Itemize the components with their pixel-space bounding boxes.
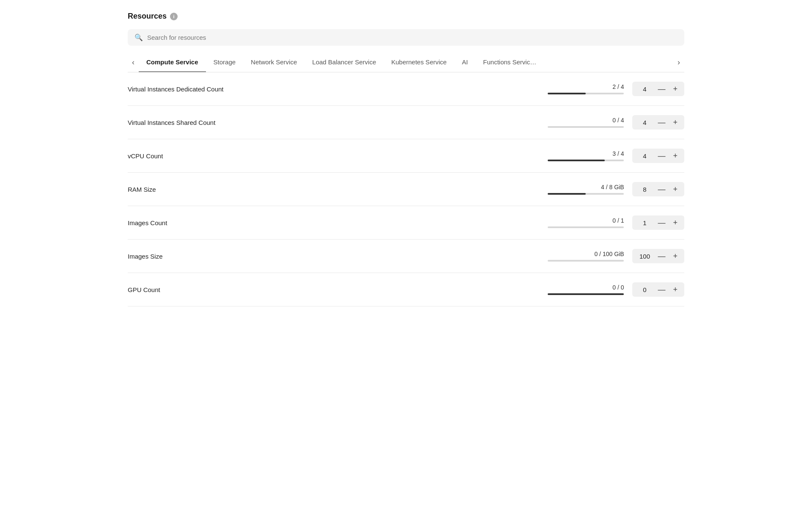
tab-compute[interactable]: Compute Service — [139, 52, 206, 72]
decrement-button[interactable]: — — [657, 119, 666, 126]
increment-button[interactable]: + — [672, 252, 678, 260]
table-row: GPU Count0 / 00—+ — [128, 273, 684, 306]
resource-label: Virtual Instances Shared Count — [128, 119, 531, 126]
table-row: Virtual Instances Shared Count0 / 44—+ — [128, 106, 684, 139]
page-header: Resources i — [128, 12, 684, 21]
resource-progress: 0 / 100 GiB — [531, 251, 624, 262]
progress-bar-bg — [548, 160, 624, 161]
progress-bar-bg — [548, 260, 624, 262]
decrement-button[interactable]: — — [657, 85, 666, 93]
tab-kubernetes[interactable]: Kubernetes Service — [384, 52, 454, 72]
decrement-button[interactable]: — — [657, 185, 666, 193]
stepper: 8—+ — [632, 182, 684, 196]
stepper: 4—+ — [632, 82, 684, 96]
resource-label: Virtual Instances Dedicated Count — [128, 86, 531, 93]
progress-text: 3 / 4 — [612, 150, 624, 157]
table-row: Images Count0 / 11—+ — [128, 206, 684, 240]
resource-label: Images Size — [128, 253, 531, 260]
page-title: Resources — [128, 12, 167, 21]
progress-text: 0 / 100 GiB — [594, 251, 624, 257]
progress-text: 4 / 8 GiB — [601, 184, 624, 190]
progress-bar-fill — [548, 293, 624, 295]
resource-progress: 0 / 1 — [531, 217, 624, 228]
resource-progress: 2 / 4 — [531, 83, 624, 94]
progress-bar-fill — [548, 160, 605, 161]
decrement-button[interactable]: — — [657, 219, 666, 226]
stepper: 1—+ — [632, 215, 684, 230]
search-bar: 🔍 — [128, 29, 684, 46]
resource-label: vCPU Count — [128, 152, 531, 160]
increment-button[interactable]: + — [672, 219, 678, 226]
tab-loadbalancer[interactable]: Load Balancer Service — [304, 52, 384, 72]
resource-table: Virtual Instances Dedicated Count2 / 44—… — [128, 72, 684, 306]
resources-container: Resources i 🔍 ‹ Compute ServiceStorageNe… — [114, 0, 698, 318]
stepper-value: 8 — [638, 186, 651, 193]
search-input[interactable] — [147, 34, 678, 41]
progress-text: 0 / 1 — [612, 217, 624, 224]
table-row: vCPU Count3 / 44—+ — [128, 139, 684, 173]
progress-bar-bg — [548, 93, 624, 94]
stepper: 4—+ — [632, 115, 684, 130]
tabs-wrapper: ‹ Compute ServiceStorageNetwork ServiceL… — [128, 52, 684, 72]
increment-button[interactable]: + — [672, 152, 678, 160]
resource-progress: 4 / 8 GiB — [531, 184, 624, 195]
decrement-button[interactable]: — — [657, 252, 666, 260]
tabs-scroll: Compute ServiceStorageNetwork ServiceLoa… — [139, 52, 673, 72]
progress-text: 0 / 0 — [612, 284, 624, 291]
resource-progress: 0 / 4 — [531, 117, 624, 128]
increment-button[interactable]: + — [672, 85, 678, 93]
tab-prev-button[interactable]: ‹ — [128, 55, 139, 70]
stepper: 4—+ — [632, 149, 684, 163]
tab-ai[interactable]: AI — [454, 52, 475, 72]
resource-progress: 3 / 4 — [531, 150, 624, 161]
info-icon[interactable]: i — [170, 13, 178, 20]
stepper: 0—+ — [632, 282, 684, 297]
tab-functions[interactable]: Functions Servic… — [475, 52, 544, 72]
table-row: Images Size0 / 100 GiB100—+ — [128, 240, 684, 273]
stepper-value: 4 — [638, 152, 651, 160]
progress-bar-fill — [548, 193, 586, 195]
search-icon: 🔍 — [134, 33, 143, 41]
progress-bar-bg — [548, 126, 624, 128]
progress-text: 2 / 4 — [612, 83, 624, 90]
stepper: 100—+ — [632, 249, 684, 263]
resource-label: Images Count — [128, 219, 531, 226]
tab-storage[interactable]: Storage — [206, 52, 244, 72]
progress-bar-bg — [548, 293, 624, 295]
stepper-value: 1 — [638, 219, 651, 226]
increment-button[interactable]: + — [672, 119, 678, 126]
stepper-value: 100 — [638, 253, 651, 260]
tab-network[interactable]: Network Service — [243, 52, 304, 72]
decrement-button[interactable]: — — [657, 286, 666, 293]
resource-label: RAM Size — [128, 186, 531, 193]
progress-bar-bg — [548, 193, 624, 195]
tab-next-button[interactable]: › — [673, 55, 684, 70]
table-row: RAM Size4 / 8 GiB8—+ — [128, 173, 684, 206]
stepper-value: 4 — [638, 119, 651, 126]
resource-progress: 0 / 0 — [531, 284, 624, 295]
stepper-value: 4 — [638, 86, 651, 93]
progress-text: 0 / 4 — [612, 117, 624, 124]
progress-bar-fill — [548, 93, 586, 94]
decrement-button[interactable]: — — [657, 152, 666, 160]
increment-button[interactable]: + — [672, 286, 678, 293]
resource-label: GPU Count — [128, 286, 531, 293]
increment-button[interactable]: + — [672, 185, 678, 193]
progress-bar-bg — [548, 226, 624, 228]
table-row: Virtual Instances Dedicated Count2 / 44—… — [128, 72, 684, 106]
stepper-value: 0 — [638, 286, 651, 293]
